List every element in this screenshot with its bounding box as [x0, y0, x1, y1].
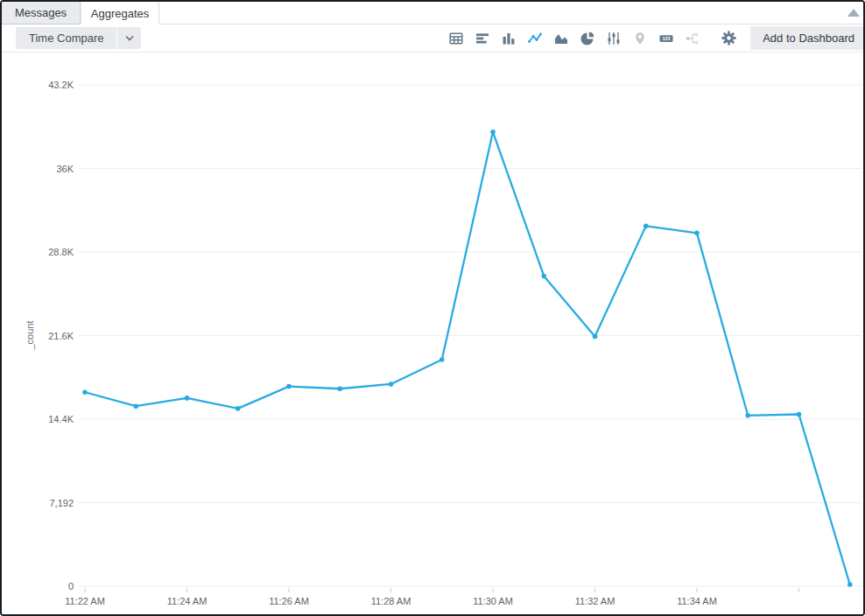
collapse-up-triangle-icon[interactable]	[847, 9, 860, 17]
search-results-window: Messages Aggregates Time Compare	[0, 0, 865, 616]
svg-text:43.2K: 43.2K	[48, 80, 74, 90]
pie-chart-icon[interactable]	[578, 29, 597, 48]
add-to-dashboard-label: Add to Dashboard	[763, 32, 854, 45]
svg-text:0: 0	[68, 581, 74, 592]
tab-messages-label: Messages	[15, 6, 67, 19]
svg-text:11:22 AM: 11:22 AM	[65, 596, 105, 606]
svg-text:36K: 36K	[56, 164, 74, 174]
svg-text:_count: _count	[25, 320, 35, 350]
svg-text:11:28 AM: 11:28 AM	[371, 596, 411, 606]
chevron-down-icon[interactable]	[117, 27, 141, 49]
svg-text:14.4K: 14.4K	[48, 414, 74, 424]
svg-text:11:30 AM: 11:30 AM	[473, 596, 513, 606]
time-compare-label: Time Compare	[16, 27, 116, 49]
tab-messages[interactable]: Messages	[2, 2, 81, 24]
line-chart-canvas[interactable]: 07,19214.4K21.6K28.8K36K43.2K_count11:22…	[2, 52, 863, 616]
area-chart-icon[interactable]	[552, 29, 571, 48]
add-to-dashboard-button[interactable]: Add to Dashboard	[750, 26, 865, 50]
box-plot-icon[interactable]	[604, 29, 623, 48]
aggregates-toolbar: Time Compare	[2, 24, 863, 52]
svg-text:11:26 AM: 11:26 AM	[269, 596, 309, 606]
svg-text:123: 123	[663, 36, 671, 41]
horizontal-bar-chart-icon[interactable]	[473, 29, 492, 48]
svg-text:11:32 AM: 11:32 AM	[575, 596, 615, 606]
svg-text:11:24 AM: 11:24 AM	[167, 596, 207, 606]
line-chart-icon[interactable]	[525, 29, 545, 48]
table-icon[interactable]	[447, 29, 466, 48]
svg-text:7,192: 7,192	[49, 498, 74, 508]
svg-text:21.6K: 21.6K	[48, 331, 74, 341]
settings-gear-icon[interactable]	[719, 29, 738, 48]
aggregate-line-chart[interactable]: 07,19214.4K21.6K28.8K36K43.2K_count11:22…	[2, 52, 863, 616]
map-icon[interactable]	[630, 29, 650, 48]
column-chart-icon[interactable]	[499, 29, 518, 48]
node-graph-icon[interactable]	[683, 29, 702, 48]
tab-aggregates-label: Aggregates	[91, 7, 150, 20]
tab-aggregates[interactable]: Aggregates	[81, 2, 159, 24]
svg-text:11:34 AM: 11:34 AM	[677, 596, 717, 606]
results-tab-bar: Messages Aggregates	[2, 2, 863, 24]
single-value-icon[interactable]: 123	[657, 29, 676, 48]
time-compare-button[interactable]: Time Compare	[16, 27, 141, 49]
svg-text:28.8K: 28.8K	[48, 247, 74, 257]
